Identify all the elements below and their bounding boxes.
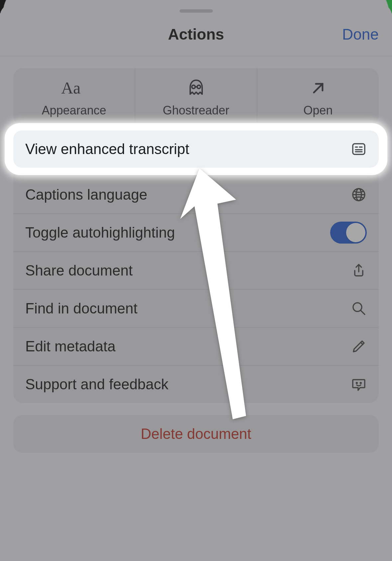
open-label: Open (303, 103, 332, 117)
svg-point-2 (197, 85, 200, 89)
edit-metadata-row[interactable]: Edit metadata (13, 327, 379, 365)
svg-point-1 (192, 85, 195, 89)
actions-sheet: Actions Done Aa Appearance (0, 4, 392, 561)
toggle-autohighlighting-label: Toggle autohighlighting (25, 224, 175, 241)
sheet-title: Actions (168, 25, 224, 43)
annotation-highlight: View enhanced transcript (5, 123, 387, 175)
ghostreader-label: Ghostreader (163, 103, 229, 117)
svg-point-17 (356, 383, 357, 384)
danger-list: Delete document (13, 415, 379, 453)
appearance-tile[interactable]: Aa Appearance (13, 68, 135, 125)
done-button[interactable]: Done (342, 25, 379, 43)
delete-document-label: Delete document (141, 426, 251, 442)
svg-line-15 (361, 310, 365, 314)
globe-icon (351, 187, 367, 203)
support-feedback-row[interactable]: Support and feedback (13, 365, 379, 403)
svg-text:Aa: Aa (61, 80, 80, 97)
find-in-document-row[interactable]: Find in document (13, 289, 379, 327)
pencil-icon (351, 338, 367, 354)
share-document-row[interactable]: Share document (13, 251, 379, 289)
sheet-content: Aa Appearance Ghostreader (0, 56, 392, 453)
captions-language-label: Captions language (25, 186, 147, 203)
toggle-autohighlighting-row[interactable]: Toggle autohighlighting (13, 213, 379, 251)
annotation-highlight-row: View enhanced transcript (13, 130, 379, 168)
sheet-grabber[interactable] (180, 9, 213, 13)
find-in-document-label: Find in document (25, 300, 138, 317)
svg-point-18 (360, 383, 361, 384)
highlight-label: View enhanced transcript (25, 141, 189, 157)
appearance-label: Appearance (42, 103, 106, 117)
ghost-icon (186, 78, 206, 99)
autohighlighting-toggle[interactable] (330, 222, 367, 244)
toggle-knob (346, 223, 365, 242)
support-feedback-label: Support and feedback (25, 376, 169, 393)
appearance-icon: Aa (61, 78, 87, 99)
actions-list: View enhanced transcript Captions langua… (13, 137, 379, 403)
svg-line-4 (314, 84, 323, 93)
share-document-label: Share document (25, 262, 133, 279)
search-icon (351, 300, 367, 316)
ghostreader-tile[interactable]: Ghostreader (135, 68, 257, 125)
svg-rect-19 (353, 144, 365, 154)
highlight-transcript-icon (351, 141, 367, 157)
sheet-header: Actions Done (0, 13, 392, 56)
svg-line-16 (361, 342, 363, 344)
open-tile[interactable]: Open (257, 68, 379, 125)
edit-metadata-label: Edit metadata (25, 338, 116, 355)
delete-document-row[interactable]: Delete document (13, 415, 379, 453)
share-icon (351, 263, 367, 279)
quick-actions-row: Aa Appearance Ghostreader (13, 68, 379, 125)
chat-smile-icon (351, 376, 367, 392)
open-arrow-icon (310, 78, 327, 99)
captions-language-row[interactable]: Captions language (13, 175, 379, 213)
